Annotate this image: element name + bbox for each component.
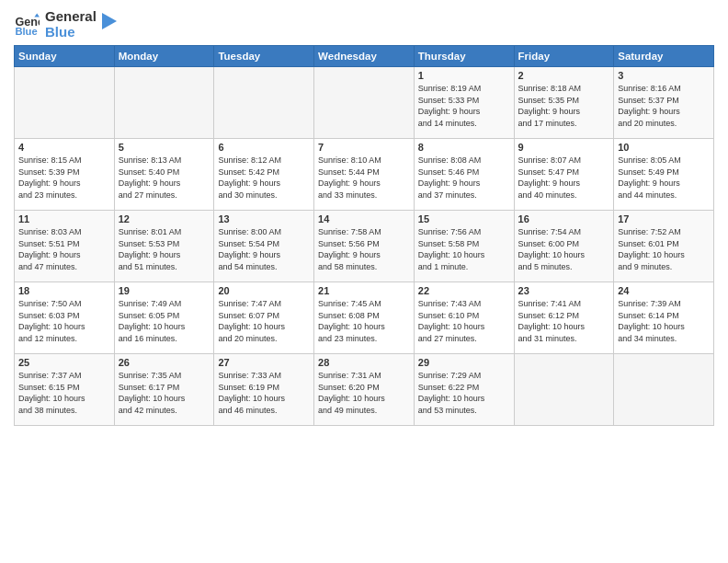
day-info: Sunrise: 7:47 AM Sunset: 6:07 PM Dayligh… (218, 298, 310, 344)
day-info: Sunrise: 8:10 AM Sunset: 5:44 PM Dayligh… (318, 155, 410, 201)
day-number: 2 (518, 70, 610, 81)
day-cell: 13Sunrise: 8:00 AM Sunset: 5:54 PM Dayli… (214, 211, 314, 282)
header-cell-thursday: Thursday (414, 46, 514, 67)
day-cell: 25Sunrise: 7:37 AM Sunset: 6:15 PM Dayli… (15, 354, 115, 426)
day-number: 23 (518, 285, 610, 296)
day-cell: 26Sunrise: 7:35 AM Sunset: 6:17 PM Dayli… (114, 354, 214, 426)
day-number: 7 (318, 142, 410, 153)
day-number: 9 (518, 142, 610, 153)
week-row-1: 1Sunrise: 8:19 AM Sunset: 5:33 PM Daylig… (15, 67, 714, 139)
logo: General Blue General Blue (14, 9, 117, 40)
day-cell: 14Sunrise: 7:58 AM Sunset: 5:56 PM Dayli… (314, 211, 415, 282)
week-row-2: 4Sunrise: 8:15 AM Sunset: 5:39 PM Daylig… (15, 139, 714, 211)
day-info: Sunrise: 8:07 AM Sunset: 5:47 PM Dayligh… (518, 155, 610, 201)
day-number: 28 (318, 357, 410, 368)
day-info: Sunrise: 7:52 AM Sunset: 6:01 PM Dayligh… (618, 226, 710, 272)
day-number: 3 (618, 70, 710, 81)
day-info: Sunrise: 8:18 AM Sunset: 5:35 PM Dayligh… (518, 83, 610, 129)
day-info: Sunrise: 7:33 AM Sunset: 6:19 PM Dayligh… (218, 370, 310, 416)
day-info: Sunrise: 7:35 AM Sunset: 6:17 PM Dayligh… (119, 370, 210, 416)
day-cell (514, 354, 614, 426)
calendar-page: General Blue General Blue SundayMondayTu… (0, 0, 728, 435)
day-cell: 22Sunrise: 7:43 AM Sunset: 6:10 PM Dayli… (414, 282, 514, 354)
day-cell: 5Sunrise: 8:13 AM Sunset: 5:40 PM Daylig… (114, 139, 214, 211)
day-info: Sunrise: 7:43 AM Sunset: 6:10 PM Dayligh… (418, 298, 510, 344)
day-cell: 19Sunrise: 7:49 AM Sunset: 6:05 PM Dayli… (114, 282, 214, 354)
day-info: Sunrise: 8:03 AM Sunset: 5:51 PM Dayligh… (18, 226, 110, 272)
day-number: 14 (318, 213, 410, 224)
header-cell-monday: Monday (114, 46, 214, 67)
day-number: 13 (218, 213, 310, 224)
day-cell: 2Sunrise: 8:18 AM Sunset: 5:35 PM Daylig… (514, 67, 614, 139)
header: General Blue General Blue (14, 9, 714, 40)
day-info: Sunrise: 8:16 AM Sunset: 5:37 PM Dayligh… (618, 83, 710, 129)
day-number: 29 (418, 357, 510, 368)
header-cell-tuesday: Tuesday (214, 46, 314, 67)
day-number: 10 (618, 142, 710, 153)
logo-arrow-icon (102, 13, 117, 29)
day-info: Sunrise: 8:08 AM Sunset: 5:46 PM Dayligh… (418, 155, 510, 201)
day-cell: 18Sunrise: 7:50 AM Sunset: 6:03 PM Dayli… (15, 282, 115, 354)
day-cell: 28Sunrise: 7:31 AM Sunset: 6:20 PM Dayli… (314, 354, 415, 426)
day-info: Sunrise: 7:41 AM Sunset: 6:12 PM Dayligh… (518, 298, 610, 344)
day-cell: 8Sunrise: 8:08 AM Sunset: 5:46 PM Daylig… (414, 139, 514, 211)
day-info: Sunrise: 7:54 AM Sunset: 6:00 PM Dayligh… (518, 226, 610, 272)
header-cell-sunday: Sunday (15, 46, 115, 67)
day-cell (314, 67, 415, 139)
day-cell: 10Sunrise: 8:05 AM Sunset: 5:49 PM Dayli… (614, 139, 714, 211)
day-cell (15, 67, 115, 139)
day-cell: 21Sunrise: 7:45 AM Sunset: 6:08 PM Dayli… (314, 282, 415, 354)
svg-marker-2 (34, 13, 40, 17)
day-cell: 1Sunrise: 8:19 AM Sunset: 5:33 PM Daylig… (414, 67, 514, 139)
day-info: Sunrise: 7:39 AM Sunset: 6:14 PM Dayligh… (618, 298, 710, 344)
day-number: 17 (618, 213, 710, 224)
day-number: 12 (119, 213, 210, 224)
day-cell: 6Sunrise: 8:12 AM Sunset: 5:42 PM Daylig… (214, 139, 314, 211)
day-number: 5 (119, 142, 210, 153)
day-number: 22 (418, 285, 510, 296)
day-number: 1 (418, 70, 510, 81)
day-number: 19 (119, 285, 210, 296)
calendar-table: SundayMondayTuesdayWednesdayThursdayFrid… (14, 45, 714, 426)
day-number: 11 (18, 213, 110, 224)
day-cell: 9Sunrise: 8:07 AM Sunset: 5:47 PM Daylig… (514, 139, 614, 211)
header-row: SundayMondayTuesdayWednesdayThursdayFrid… (15, 46, 714, 67)
day-number: 24 (618, 285, 710, 296)
day-cell (114, 67, 214, 139)
logo-icon: General Blue (14, 12, 40, 38)
day-cell (614, 354, 714, 426)
day-info: Sunrise: 8:12 AM Sunset: 5:42 PM Dayligh… (218, 155, 310, 201)
day-info: Sunrise: 8:13 AM Sunset: 5:40 PM Dayligh… (119, 155, 210, 201)
day-info: Sunrise: 7:29 AM Sunset: 6:22 PM Dayligh… (418, 370, 510, 416)
day-info: Sunrise: 7:37 AM Sunset: 6:15 PM Dayligh… (18, 370, 110, 416)
day-info: Sunrise: 8:15 AM Sunset: 5:39 PM Dayligh… (18, 155, 110, 201)
day-number: 4 (18, 142, 110, 153)
day-cell: 15Sunrise: 7:56 AM Sunset: 5:58 PM Dayli… (414, 211, 514, 282)
svg-text:Blue: Blue (15, 26, 37, 37)
logo-blue: Blue (45, 25, 97, 40)
day-cell: 17Sunrise: 7:52 AM Sunset: 6:01 PM Dayli… (614, 211, 714, 282)
day-cell: 7Sunrise: 8:10 AM Sunset: 5:44 PM Daylig… (314, 139, 415, 211)
day-number: 8 (418, 142, 510, 153)
day-info: Sunrise: 8:19 AM Sunset: 5:33 PM Dayligh… (418, 83, 510, 129)
day-number: 15 (418, 213, 510, 224)
day-number: 25 (18, 357, 110, 368)
day-info: Sunrise: 7:56 AM Sunset: 5:58 PM Dayligh… (418, 226, 510, 272)
week-row-5: 25Sunrise: 7:37 AM Sunset: 6:15 PM Dayli… (15, 354, 714, 426)
day-info: Sunrise: 7:45 AM Sunset: 6:08 PM Dayligh… (318, 298, 410, 344)
day-cell: 12Sunrise: 8:01 AM Sunset: 5:53 PM Dayli… (114, 211, 214, 282)
header-cell-wednesday: Wednesday (314, 46, 415, 67)
day-cell: 16Sunrise: 7:54 AM Sunset: 6:00 PM Dayli… (514, 211, 614, 282)
day-cell: 3Sunrise: 8:16 AM Sunset: 5:37 PM Daylig… (614, 67, 714, 139)
day-info: Sunrise: 8:00 AM Sunset: 5:54 PM Dayligh… (218, 226, 310, 272)
day-number: 27 (218, 357, 310, 368)
day-cell: 29Sunrise: 7:29 AM Sunset: 6:22 PM Dayli… (414, 354, 514, 426)
day-number: 26 (119, 357, 210, 368)
day-cell: 4Sunrise: 8:15 AM Sunset: 5:39 PM Daylig… (15, 139, 115, 211)
day-info: Sunrise: 7:49 AM Sunset: 6:05 PM Dayligh… (119, 298, 210, 344)
day-number: 16 (518, 213, 610, 224)
day-info: Sunrise: 8:05 AM Sunset: 5:49 PM Dayligh… (618, 155, 710, 201)
day-info: Sunrise: 7:31 AM Sunset: 6:20 PM Dayligh… (318, 370, 410, 416)
day-info: Sunrise: 7:58 AM Sunset: 5:56 PM Dayligh… (318, 226, 410, 272)
week-row-4: 18Sunrise: 7:50 AM Sunset: 6:03 PM Dayli… (15, 282, 714, 354)
